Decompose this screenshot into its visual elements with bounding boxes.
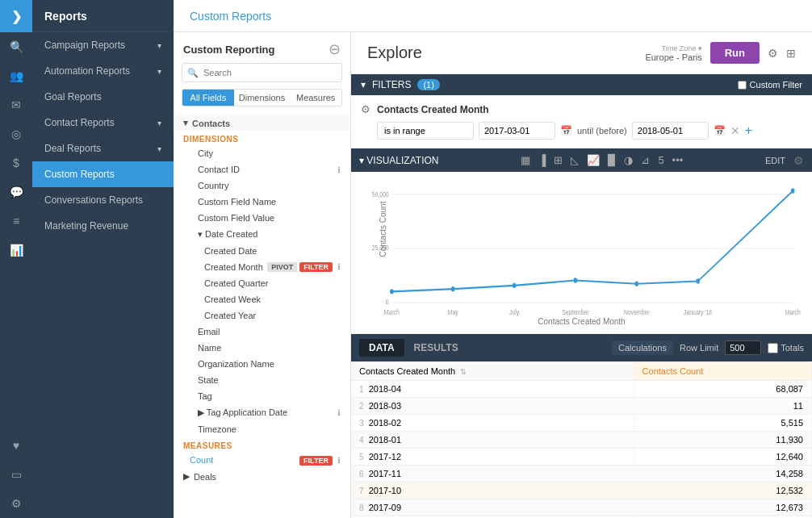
list-item[interactable]: Contact ID ℹ bbox=[174, 161, 350, 178]
table-row: 4 2018-01 11,930 bbox=[351, 432, 812, 449]
column-chart-icon[interactable]: ▉ bbox=[606, 152, 617, 168]
custom-filter-toggle[interactable] bbox=[738, 81, 747, 90]
field-tabs: All Fields Dimensions Measures bbox=[182, 89, 342, 107]
tab-data[interactable]: DATA bbox=[359, 339, 404, 357]
sidebar-item-contact[interactable]: Contact Reports ▾ bbox=[32, 110, 174, 136]
sidebar-item-custom[interactable]: Custom Reports bbox=[32, 161, 174, 187]
left-panel-header: Custom Reporting ⊖ bbox=[174, 32, 350, 63]
date-created-item[interactable]: ▾ Date Created bbox=[174, 226, 350, 243]
list-item[interactable]: Country bbox=[174, 178, 350, 194]
icon-rail: ❯ 🔍 👥 ✉ ◎ $ 💬 ≡ 📊 ♥ ▭ ⚙ bbox=[0, 0, 32, 518]
tab-measures[interactable]: Measures bbox=[290, 90, 341, 106]
left-panel: Custom Reporting ⊖ 🔍 All Fields Dimensio… bbox=[174, 32, 351, 518]
nav-target-icon[interactable]: ◎ bbox=[0, 119, 32, 148]
tab-all-fields[interactable]: All Fields bbox=[182, 90, 234, 106]
pivot-badge: PIVOT bbox=[267, 262, 297, 272]
list-item[interactable]: Created Year bbox=[174, 307, 350, 324]
list-item[interactable]: Created Date bbox=[174, 243, 350, 259]
bar-chart-icon[interactable]: ▐ bbox=[537, 152, 547, 168]
sidebar: Reports Campaign Reports ▾ Automation Re… bbox=[32, 0, 174, 518]
totals-toggle[interactable] bbox=[768, 343, 778, 353]
filter-type-select[interactable]: is in range bbox=[377, 122, 474, 140]
settings-icon[interactable]: ⚙ bbox=[768, 47, 778, 60]
line-chart-svg: 50,000 25,000 0 bbox=[367, 184, 796, 313]
count-item[interactable]: Count FILTER ℹ bbox=[174, 452, 350, 468]
tab-results[interactable]: RESULTS bbox=[404, 339, 468, 357]
cell-month: 1 2018-04 bbox=[351, 381, 634, 398]
list-item[interactable]: State bbox=[174, 372, 350, 388]
more-icon[interactable]: ••• bbox=[671, 152, 685, 168]
line-chart-icon[interactable]: 📈 bbox=[585, 152, 601, 168]
svg-text:0: 0 bbox=[386, 297, 389, 307]
funnel-icon[interactable]: ⊿ bbox=[639, 152, 651, 168]
list-item[interactable]: Name bbox=[174, 340, 350, 356]
filter-gear-icon[interactable]: ⚙ bbox=[361, 103, 370, 115]
list-item[interactable]: City bbox=[174, 145, 350, 161]
sidebar-item-deal[interactable]: Deal Reports ▾ bbox=[32, 136, 174, 161]
edit-button[interactable]: EDIT bbox=[765, 156, 785, 165]
nav-favorite-icon[interactable]: ♥ bbox=[0, 431, 32, 460]
nav-email-icon[interactable]: ✉ bbox=[0, 90, 32, 119]
nav-search-icon[interactable]: 🔍 bbox=[0, 32, 32, 61]
list-item[interactable]: Timezone bbox=[174, 421, 350, 437]
list-item[interactable]: Custom Field Value bbox=[174, 210, 350, 226]
list-item[interactable]: Tag bbox=[174, 388, 350, 404]
viz-settings-icon[interactable]: ⚙ bbox=[793, 154, 804, 167]
number-icon[interactable]: 5 bbox=[656, 152, 665, 168]
sidebar-item-conversations[interactable]: Conversations Reports bbox=[32, 187, 174, 213]
list-item[interactable]: Custom Field Name bbox=[174, 194, 350, 210]
calculations-button[interactable]: Calculations bbox=[612, 340, 673, 355]
table-row: 7 2017-10 12,532 bbox=[351, 482, 812, 499]
sidebar-item-label: Automation Reports bbox=[44, 65, 130, 77]
nav-dollar-icon[interactable]: $ bbox=[0, 148, 32, 178]
nav-settings-icon[interactable]: ⚙ bbox=[0, 489, 32, 518]
custom-filter-checkbox[interactable]: Custom Filter bbox=[738, 80, 802, 90]
timezone-label: Time Zone ▾ bbox=[645, 44, 701, 52]
search-input[interactable] bbox=[182, 63, 342, 82]
pie-chart-icon[interactable]: ◑ bbox=[622, 152, 634, 168]
calendar-icon[interactable]: 📅 bbox=[560, 125, 572, 136]
calendar-icon[interactable]: 📅 bbox=[714, 125, 726, 136]
run-button[interactable]: Run bbox=[710, 42, 760, 64]
sidebar-item-automation[interactable]: Automation Reports ▾ bbox=[32, 58, 174, 84]
list-item[interactable]: Email bbox=[174, 324, 350, 340]
filter-until-input[interactable] bbox=[632, 122, 709, 140]
list-item[interactable]: Organization Name bbox=[174, 356, 350, 372]
tag-application-date-item[interactable]: ▶ Tag Application Date ℹ bbox=[174, 404, 350, 421]
sidebar-item-campaign[interactable]: Campaign Reports ▾ bbox=[32, 32, 174, 58]
nav-contacts-icon[interactable]: 👥 bbox=[0, 61, 32, 90]
totals-checkbox[interactable]: Totals bbox=[768, 343, 804, 353]
row-limit-input[interactable] bbox=[725, 340, 761, 355]
collapse-button[interactable]: ⊖ bbox=[329, 42, 341, 56]
area-chart-icon[interactable]: ◺ bbox=[569, 152, 580, 168]
col-month-header[interactable]: Contacts Created Month ⇅ bbox=[351, 362, 634, 381]
nav-chart-icon[interactable]: 📊 bbox=[0, 236, 32, 265]
add-filter-button[interactable]: + bbox=[745, 123, 752, 138]
list-item[interactable]: Created Week bbox=[174, 291, 350, 307]
nav-list-icon[interactable]: ≡ bbox=[0, 207, 32, 236]
filters-label: FILTERS bbox=[372, 79, 411, 90]
remove-filter-button[interactable]: ✕ bbox=[730, 124, 740, 137]
table-icon[interactable]: ▦ bbox=[519, 152, 532, 168]
svg-text:50,000: 50,000 bbox=[372, 190, 389, 199]
table-row: 1 2018-04 68,087 bbox=[351, 381, 812, 398]
tab-dimensions[interactable]: Dimensions bbox=[234, 90, 290, 106]
grid-icon[interactable]: ⊞ bbox=[786, 47, 796, 60]
col-count-header[interactable]: Contacts Count bbox=[634, 362, 811, 381]
list-item[interactable]: Created Month PIVOT FILTER ℹ bbox=[174, 259, 350, 275]
contacts-section-header[interactable]: ▾ Contacts bbox=[174, 113, 350, 131]
data-section: DATA RESULTS Calculations Row Limit Tota… bbox=[351, 334, 812, 518]
sidebar-item-goal[interactable]: Goal Reports bbox=[32, 84, 174, 110]
nav-chat-icon[interactable]: 💬 bbox=[0, 178, 32, 207]
cell-count: 68,087 bbox=[634, 381, 811, 398]
list-item[interactable]: Created Quarter bbox=[174, 275, 350, 291]
deals-section[interactable]: ▶ Deals bbox=[174, 468, 350, 485]
nav-layers-icon[interactable]: ▭ bbox=[0, 460, 32, 489]
section-label: Contacts bbox=[192, 119, 230, 128]
nav-logo[interactable]: ❯ bbox=[0, 0, 32, 32]
filter-from-input[interactable] bbox=[479, 122, 555, 140]
scatter-icon[interactable]: ⊞ bbox=[552, 152, 564, 168]
filters-section-bar[interactable]: ▾ FILTERS (1) Custom Filter bbox=[351, 74, 812, 95]
sidebar-item-marketing[interactable]: Marketing Revenue bbox=[32, 213, 174, 239]
cell-count: 12,532 bbox=[634, 482, 811, 499]
